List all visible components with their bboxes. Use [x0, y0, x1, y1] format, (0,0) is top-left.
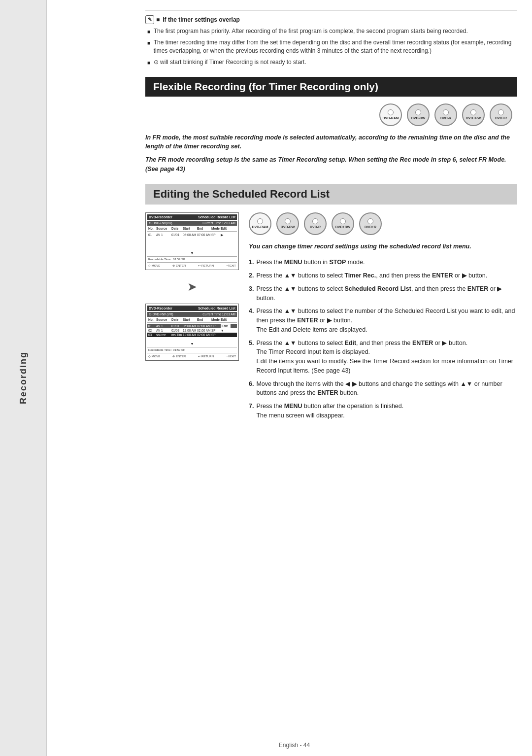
flexible-para2: The FR mode recording setup is the same …: [145, 155, 517, 174]
screen2-row1: 01 AV 1 01/01 05:00 AM 07:00 AM SP Edit: [147, 324, 237, 328]
step-2-text: Press the ▲▼ buttons to select Timer Rec…: [256, 271, 517, 280]
step-5: 5. Press the ▲▼ buttons to select Edit, …: [249, 339, 517, 376]
screen2-row3: 03 source ms.Tim 12:00 AM 02:00 AM SP: [147, 333, 237, 337]
step-5-num: 5.: [249, 339, 254, 376]
main-content: ✎ ■ If the timer settings overlap ■ The …: [47, 0, 532, 756]
screen1-subheader: ⊙ DVD-RW(VR) Current Time 12:03 AM: [147, 221, 237, 226]
step-3: 3. Press the ▲▼ buttons to select Schedu…: [249, 284, 517, 303]
editing-section: Editing the Scheduled Record List DVD-Re…: [59, 184, 517, 424]
step-3-text: Press the ▲▼ buttons to select Scheduled…: [256, 284, 517, 303]
step-1-text: Press the MENU button in STOP mode.: [256, 258, 517, 267]
note-icon: ✎: [145, 15, 154, 24]
screen1-subtitle: Scheduled Record List: [198, 215, 235, 219]
screen1-down: ▼: [147, 251, 237, 255]
note-item-3: ■ ⊙ will start blinking if Timer Recordi…: [145, 58, 517, 67]
screen-mockups: DVD-Recorder Scheduled Record List ⊙ DVD…: [145, 212, 239, 424]
screen2-down: ▼: [147, 342, 237, 346]
note-item-1: ■ The first program has priority. After …: [145, 27, 517, 36]
dvd-r-label: DVD-R: [440, 116, 451, 120]
edit-dvd-ram-label: DVD-RAM: [252, 225, 268, 229]
screen1-cols: No. Source Date Start End Mode Edit: [147, 227, 237, 232]
arrow-right: ➤: [145, 280, 239, 294]
step-2-num: 2.: [249, 271, 254, 280]
screen1-footer: Recordable Time : 01:59 SP: [147, 256, 237, 262]
flexible-section: Flexible Recording (for Timer Recording …: [59, 77, 517, 174]
screen1-header: DVD-Recorder Scheduled Record List: [147, 214, 237, 220]
screen1-row2: [147, 238, 237, 242]
sidebar-label: Recording: [18, 351, 29, 404]
step-7-num: 7.: [249, 402, 254, 420]
note-bullet-3: ■: [147, 59, 151, 67]
screen2-time: Current Time 12:03 AM: [202, 312, 235, 316]
dvd-plus-r-icon: DVD+R: [490, 103, 512, 126]
screen1-nav: ◇ MOVE ⊛ ENTER ↩ RETURN ⊣ EXIT: [147, 262, 237, 268]
note-bullet-1: ■: [147, 28, 151, 36]
step-7: 7. Press the MENU button after the opera…: [249, 402, 517, 420]
page-footer: English - 44: [59, 742, 530, 749]
edit-dvd-ram-icon: DVD-RAM: [249, 212, 271, 235]
screen2-footer: Recordable Time : 01:59 SP: [147, 347, 237, 352]
screen2-row2: 02 AV 1 01/03 12:00 AM 02:00 AM SP ▼: [147, 328, 237, 333]
instructions: DVD-RAM DVD-RW DVD-R DVD+RW: [249, 212, 517, 424]
dvd-r-icon: DVD-R: [434, 103, 457, 126]
dvd-plus-rw-icon: DVD+RW: [462, 103, 485, 126]
edit-dvd-r-icon: DVD-R: [304, 212, 327, 235]
screen2-row4: [147, 337, 237, 342]
screen2-header: DVD-Recorder Scheduled Record List: [147, 306, 237, 311]
dvd-screen-1: DVD-Recorder Scheduled Record List ⊙ DVD…: [145, 212, 239, 270]
step-6: 6. Move through the items with the ◀ ▶ b…: [249, 379, 517, 398]
dvd-ram-icon: DVD-RAM: [379, 103, 402, 126]
dvd-ram-label: DVD-RAM: [382, 116, 399, 120]
edit-dvd-r-label: DVD-R: [310, 225, 321, 229]
screen1-title: DVD-Recorder: [149, 215, 172, 219]
flexible-para1: In FR mode, the most suitable recording …: [145, 133, 517, 152]
sidebar: Recording: [0, 0, 47, 756]
screen1-row4: [147, 246, 237, 251]
edit-dvd-rw-icon: DVD-RW: [276, 212, 299, 235]
top-rule: [145, 10, 517, 10]
note-bullet-2: ■: [147, 39, 151, 47]
step-4-num: 4.: [249, 307, 254, 334]
note-item-2: ■ The timer recording time may differ fr…: [145, 38, 517, 56]
editing-dvd-icons: DVD-RAM DVD-RW DVD-R DVD+RW: [249, 212, 517, 235]
page-container: Recording ✎ ■ If the timer settings over…: [0, 0, 532, 756]
notes-section: ✎ ■ If the timer settings overlap ■ The …: [145, 15, 517, 67]
flexible-heading: Flexible Recording (for Timer Recording …: [145, 77, 517, 97]
editing-body: DVD-Recorder Scheduled Record List ⊙ DVD…: [145, 212, 517, 424]
dvd-screen-2: DVD-Recorder Scheduled Record List ⊙ DVD…: [145, 304, 239, 361]
step-6-text: Move through the items with the ◀ ▶ butt…: [256, 379, 517, 398]
note-text-3: ⊙ will start blinking if Timer Recording…: [154, 58, 517, 67]
step-4: 4. Press the ▲▼ buttons to select the nu…: [249, 307, 517, 334]
note-text-1: The first program has priority. After re…: [154, 27, 517, 35]
screen1-row3: [147, 242, 237, 246]
screen2-nav: ◇ MOVE ⊛ ENTER ↩ RETURN ⊣ EXIT: [147, 353, 237, 359]
step-3-num: 3.: [249, 284, 254, 303]
screen2-subtitle: Scheduled Record List: [198, 307, 235, 310]
screen2-title: DVD-Recorder: [149, 307, 172, 310]
dvd-plus-r-label: DVD+R: [495, 116, 507, 120]
step-7-text: Press the MENU button after the operatio…: [256, 402, 517, 420]
dvd-plus-rw-label: DVD+RW: [466, 116, 481, 120]
flexible-dvd-icons: DVD-RAM DVD-RW DVD-R DVD+RW DVD+R: [145, 103, 517, 126]
edit-dvd-plus-rw-icon: DVD+RW: [332, 212, 354, 235]
step-5-text: Press the ▲▼ buttons to select Edit, and…: [256, 339, 517, 376]
dvd-rw-icon: DVD-RW: [407, 103, 430, 126]
dvd-rw-label: DVD-RW: [411, 116, 426, 120]
screen2-disc: ⊙ DVD-RW (VR): [149, 312, 173, 316]
note-text-2: The timer recording time may differ from…: [154, 38, 517, 56]
step-6-num: 6.: [249, 379, 254, 398]
step-2: 2. Press the ▲▼ buttons to select Timer …: [249, 271, 517, 280]
screen1-disc: ⊙ DVD-RW(VR): [149, 221, 172, 225]
screen2-cols: No. Source Date Start End Mode Edit: [147, 318, 237, 323]
step-1-num: 1.: [249, 258, 254, 267]
screen2-subheader: ⊙ DVD-RW (VR) Current Time 12:03 AM: [147, 312, 237, 317]
note-header: ✎ ■ If the timer settings overlap: [145, 15, 517, 24]
screen1-time: Current Time 12:03 AM: [202, 221, 235, 225]
edit-dvd-plus-r-label: DVD+R: [365, 225, 376, 229]
edit-dvd-plus-r-icon: DVD+R: [359, 212, 382, 235]
screen1-row1: 01 AV 1 01/01 05:00 AM 07:00 AM SP ▶: [147, 233, 237, 238]
instructions-intro: You can change timer record settings usi…: [249, 242, 517, 251]
edit-dvd-rw-label: DVD-RW: [281, 225, 295, 229]
note-header-text: If the timer settings overlap: [163, 16, 240, 23]
step-1: 1. Press the MENU button in STOP mode.: [249, 258, 517, 267]
